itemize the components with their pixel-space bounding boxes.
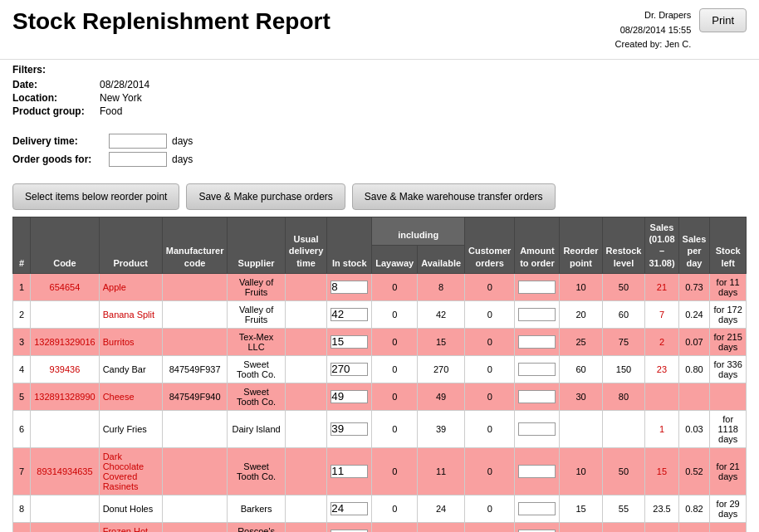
row-product[interactable]: Dark Chocolate Covered Rasinets <box>99 447 162 495</box>
row-customer-orders: 0 <box>465 410 515 447</box>
header-datetime: 08/28/2014 15:55 <box>615 23 692 38</box>
row-customer-orders: 0 <box>465 383 515 410</box>
row-amount-to-order[interactable] <box>515 522 560 532</box>
row-amount-to-order[interactable] <box>515 447 560 495</box>
row-sales <box>645 383 678 410</box>
row-stock-left <box>710 522 747 532</box>
row-stock-left: for 172 days <box>710 300 747 328</box>
row-sales[interactable]: 21 <box>645 273 678 300</box>
delivery-section: Delivery time: days Order goods for: day… <box>0 127 759 177</box>
row-sales[interactable]: 15 <box>645 447 678 495</box>
row-sales[interactable]: 23 <box>645 355 678 383</box>
delivery-time-input[interactable] <box>109 134 167 149</box>
row-product[interactable]: Burritos <box>99 328 162 355</box>
row-sales[interactable]: 1 <box>645 410 678 447</box>
row-restock-level: 150 <box>602 355 645 383</box>
row-amount-to-order[interactable] <box>515 410 560 447</box>
row-product[interactable]: Apple <box>99 273 162 300</box>
row-sales-per-day: 0.82 <box>678 495 710 522</box>
row-supplier: Dairy Island <box>228 410 285 447</box>
row-mfr-code: 847549F940 <box>162 383 228 410</box>
row-num: 4 <box>13 355 31 383</box>
row-reorder-point: 30 <box>560 383 602 410</box>
row-sales-per-day: 0.80 <box>678 355 710 383</box>
row-supplier: Sweet Tooth Co. <box>228 355 285 383</box>
row-in-stock[interactable] <box>327 300 372 328</box>
stock-table: # Code Product Manufacturer code Supplie… <box>12 217 747 532</box>
select-items-button[interactable]: Select items below reorder point <box>12 183 179 210</box>
row-in-stock[interactable] <box>327 522 372 532</box>
row-udt <box>285 383 327 410</box>
row-available: 15 <box>418 328 465 355</box>
row-code[interactable]: 20262324 <box>31 522 99 532</box>
row-amount-to-order[interactable] <box>515 328 560 355</box>
table-row: 4939436Candy Bar847549F937Sweet Tooth Co… <box>13 355 747 383</box>
col-mfr: Manufacturer code <box>162 217 228 273</box>
row-in-stock[interactable] <box>327 383 372 410</box>
col-restock: Restock level <box>602 217 645 273</box>
row-udt <box>285 447 327 495</box>
location-value: New York <box>100 92 142 104</box>
col-custorders: Customer orders <box>465 217 515 273</box>
header-user: Dr. Drapers <box>615 8 692 23</box>
row-in-stock[interactable] <box>327 495 372 522</box>
row-code[interactable]: 132891328990 <box>31 383 99 410</box>
row-amount-to-order[interactable] <box>515 495 560 522</box>
row-sales[interactable]: 7 <box>645 300 678 328</box>
row-layaway: 0 <box>372 447 418 495</box>
table-row: 5132891328990Cheese847549F940Sweet Tooth… <box>13 383 747 410</box>
row-amount-to-order[interactable] <box>515 273 560 300</box>
date-label: Date: <box>12 79 95 90</box>
row-amount-to-order[interactable] <box>515 300 560 328</box>
delivery-time-unit: days <box>172 135 193 147</box>
row-code[interactable]: 939436 <box>31 355 99 383</box>
table-row: 2Banana SplitValley of Fruits0420206070.… <box>13 300 747 328</box>
table-row: 8Donut HolesBarkers0240155523.50.82for 2… <box>13 495 747 522</box>
row-in-stock[interactable] <box>327 273 372 300</box>
row-customer-orders: 0 <box>465 273 515 300</box>
header-created-by: Created by: Jen C. <box>615 37 692 52</box>
col-amount-order: Amount to order <box>515 217 560 273</box>
location-label: Location: <box>12 92 95 104</box>
row-code[interactable]: 654654 <box>31 273 99 300</box>
row-in-stock[interactable] <box>327 328 372 355</box>
action-buttons: Select items below reorder point Save & … <box>0 177 759 217</box>
row-code[interactable]: 132891329016 <box>31 328 99 355</box>
row-in-stock[interactable] <box>327 447 372 495</box>
row-product[interactable]: Banana Split <box>99 300 162 328</box>
print-button[interactable]: Print <box>699 8 747 32</box>
row-udt <box>285 300 327 328</box>
row-sales: 23.5 <box>645 495 678 522</box>
row-stock-left: for 29 days <box>710 495 747 522</box>
order-goods-input[interactable] <box>109 152 167 167</box>
col-sales: Sales (01.08 – 31.08) <box>645 217 678 273</box>
row-num: 5 <box>13 383 31 410</box>
row-in-stock[interactable] <box>327 410 372 447</box>
row-reorder-point: 60 <box>560 355 602 383</box>
save-purchase-button[interactable]: Save & Make purchase orders <box>186 183 345 210</box>
row-product[interactable]: Cheese <box>99 383 162 410</box>
row-customer-orders: 0 <box>465 522 515 532</box>
row-num: 9 <box>13 522 31 532</box>
row-product[interactable]: Frozen Hot Chocolate <box>99 522 162 532</box>
row-code[interactable]: 89314934635 <box>31 447 99 495</box>
row-sales[interactable]: 2 <box>645 328 678 355</box>
table-row: 3132891329016BurritosTex-Mex LLC01502575… <box>13 328 747 355</box>
row-available: 8 <box>418 273 465 300</box>
row-reorder-point: 20 <box>560 300 602 328</box>
row-sales-per-day: 0.03 <box>678 410 710 447</box>
row-supplier: Sweet Tooth Co. <box>228 383 285 410</box>
row-mfr-code <box>162 328 228 355</box>
save-transfer-button[interactable]: Save & Make warehouse transfer orders <box>352 183 556 210</box>
row-amount-to-order[interactable] <box>515 383 560 410</box>
row-layaway: 0 <box>372 495 418 522</box>
filters-section: Filters: Date: 08/28/2014 Location: New … <box>0 59 759 127</box>
col-available: Available <box>418 245 465 273</box>
col-layaway: Layaway <box>372 245 418 273</box>
row-available: 49 <box>418 383 465 410</box>
row-restock-level: 60 <box>602 300 645 328</box>
row-in-stock[interactable] <box>327 355 372 383</box>
table-container: # Code Product Manufacturer code Supplie… <box>0 217 759 532</box>
header-info: Dr. Drapers 08/28/2014 15:55 Created by:… <box>615 8 692 52</box>
row-amount-to-order[interactable] <box>515 355 560 383</box>
